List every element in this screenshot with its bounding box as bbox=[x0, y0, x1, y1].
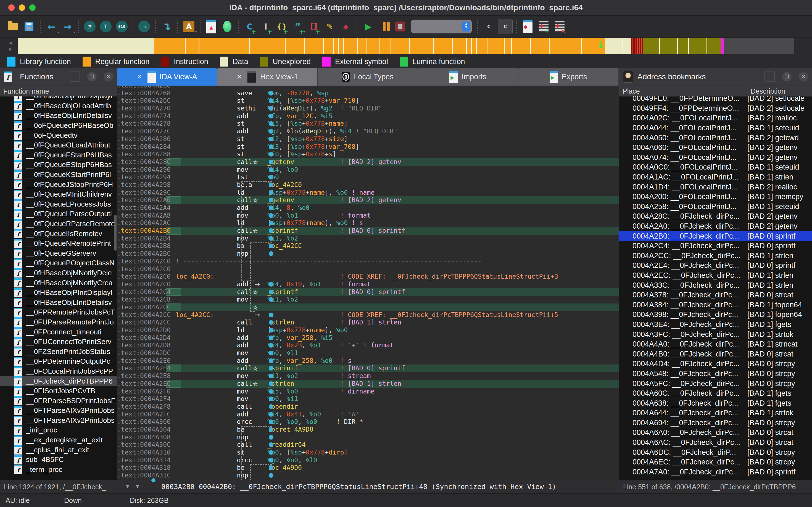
bookmark-row[interactable]: 0004A3E4: __0FJcheck_dirPc...[BAD 1] fge… bbox=[619, 320, 812, 330]
bookmark-row[interactable]: 0004A60C: __0FJcheck_dirPc...[BAD 1] fge… bbox=[619, 389, 812, 398]
navband-scroll-arrows[interactable]: ◄► bbox=[8, 40, 13, 52]
function-row[interactable]: f_term_proc bbox=[0, 465, 117, 475]
bookmark-row[interactable]: 0004A02C: __0FOLocalPrintJ...[BAD 2] mal… bbox=[619, 113, 812, 123]
tab-hex-view-1[interactable]: ✕Hex View-1 bbox=[217, 68, 318, 86]
disasm-row[interactable]: .text:0004A270 sethi %hi(aReqDir), %g2 !… bbox=[117, 105, 619, 112]
names-window-button[interactable] bbox=[204, 19, 218, 34]
function-row[interactable]: f__0FTParseAIXv3PrintJobs bbox=[0, 406, 117, 415]
jump-down-button[interactable]: ↴ bbox=[159, 19, 174, 34]
bookmark-row[interactable]: 0004A6EC: __0FJcheck_dirPc...[BAD 0] str… bbox=[619, 457, 812, 467]
function-row[interactable]: f__0oFQueuedtv bbox=[0, 130, 117, 140]
function-row[interactable]: f__ex_deregister_at_exit bbox=[0, 435, 117, 445]
function-row[interactable]: f__0fHBaseObjPInitDisplayl bbox=[0, 96, 117, 101]
column-header-place[interactable]: Place bbox=[619, 87, 747, 95]
bookmark-row[interactable]: 0004A200: __0FOLocalPrintJ...[BAD 1] mem… bbox=[619, 192, 812, 202]
function-row[interactable]: f__0fFQueuePObjectClassN bbox=[0, 258, 117, 268]
jump-to-address-button[interactable]: → bbox=[137, 19, 151, 34]
jump-by-binary-button[interactable]: 010 bbox=[115, 19, 129, 34]
tab-close-icon[interactable]: ✕ bbox=[137, 73, 143, 80]
functions-restore-button[interactable] bbox=[70, 71, 80, 82]
disasm-row[interactable]: .text:0004A2E0 add %fp, var_258, %o0 ! s bbox=[117, 357, 619, 365]
open-file-button[interactable] bbox=[6, 19, 20, 34]
disasm-row[interactable]: ★.text:0004A2C4 call _sprintf ! [BAD 0] … bbox=[117, 288, 619, 296]
function-row[interactable]: f__0fFQueueKStartPrintP6l bbox=[0, 170, 117, 180]
functions-close-button[interactable]: ✕ bbox=[104, 72, 113, 81]
functions-scrollbar[interactable] bbox=[114, 215, 117, 251]
disasm-row[interactable]: .text:0004A288 st %i0, [%sp+0x778+s] bbox=[117, 151, 619, 158]
bookmark-row[interactable]: 0004A1AC: __0FOLocalPrintJ...[BAD 1] str… bbox=[619, 172, 812, 182]
text-color-button[interactable]: A bbox=[182, 19, 196, 34]
jump-by-text-button[interactable]: T bbox=[99, 19, 113, 34]
bookmark-row[interactable]: 0004A2CC: __0FJcheck_dirPc...[BAD 1] str… bbox=[619, 251, 812, 261]
bookmark-row[interactable]: 0004A3FC: __0FJcheck_dirPc...[BAD 1] str… bbox=[619, 329, 812, 339]
ida-view-a[interactable]: .text:0004A268▾.text:0004A268 save %sp, … bbox=[117, 86, 619, 480]
disasm-row[interactable]: .text:0004A304 be locret_4A9D8 bbox=[117, 426, 619, 434]
function-row[interactable]: f__0FISortJobsPCvTB bbox=[0, 386, 117, 396]
disasm-row[interactable]: .text:0004A298 be,a loc_4A2C0 bbox=[117, 181, 619, 189]
add-code-comment-button[interactable]: C bbox=[242, 19, 257, 34]
function-row[interactable]: f__0FOLocalPrintJobsPcPP bbox=[0, 367, 117, 376]
bookmark-row[interactable]: 0004A2B0: __0FJcheck_dirPc...[BAD 0] spr… bbox=[619, 231, 812, 241]
function-row[interactable]: f__0fFQueueMInitChildrenv bbox=[0, 189, 117, 200]
function-row[interactable]: f__0fHBaseObjPInitDisplayl bbox=[0, 288, 117, 298]
disasm-row[interactable]: .text:0004A294 tst %o0 bbox=[117, 173, 619, 181]
bookmark-row[interactable]: 0004A074: __0FOLocalPrintJ...[BAD 2] get… bbox=[619, 153, 812, 163]
bookmark-row[interactable]: 0004A2A0: __0FJcheck_dirPc...[BAD 2] get… bbox=[619, 221, 812, 231]
function-row[interactable]: f__0fHBaseObjMNotifyCrea bbox=[0, 278, 117, 288]
tab-exports[interactable]: Exports bbox=[519, 68, 619, 86]
disasm-row[interactable]: .text:0004A2D0 ld [%sp+0x778+name], %o0 bbox=[117, 326, 619, 334]
function-row[interactable]: f__0fFQueueEStopP6HBas bbox=[0, 160, 117, 170]
bookmark-row[interactable]: 0004A044: __0FOLocalPrintJ...[BAD 1] set… bbox=[619, 123, 812, 133]
disasm-row[interactable]: .text:0004A2F4 mov %o0, %i1 bbox=[117, 395, 619, 403]
disasm-row[interactable]: .text:0004A284 st %i3, [%sp+0x778+var_70… bbox=[117, 143, 619, 151]
bookmark-star-icon[interactable]: ★ bbox=[253, 227, 257, 234]
pause-process-button[interactable] bbox=[377, 19, 391, 34]
disasm-row[interactable]: .text:0004A2D8 add %i4, 0x2B, %o1 ! '+' … bbox=[117, 342, 619, 349]
function-row[interactable]: f__0oFQueuectP6HBaseOb bbox=[0, 121, 117, 131]
function-row[interactable]: f__0FPconnect_timeouti bbox=[0, 327, 117, 337]
disasm-row[interactable]: .text:0004A2C0loc_4A2C0: ! CODE XREF: __… bbox=[117, 273, 619, 281]
disasm-row[interactable]: .text:0004A2FC add %i4, 0x41, %o0 ! 'A' bbox=[117, 411, 619, 418]
function-row[interactable]: f__0FPRemotePrintJobsPcT bbox=[0, 307, 117, 317]
bookmark-row[interactable]: 0004A050: __0FOLocalPrintJ...[BAD 2] get… bbox=[619, 133, 812, 143]
gutter-scroll-down-icon[interactable]: ▼ bbox=[125, 483, 130, 490]
bookmarks-close-button[interactable]: ✕ bbox=[799, 72, 808, 81]
bookmarks-panel-titlebar[interactable]: Address bookmarks ❐ ✕ bbox=[619, 68, 812, 86]
bookmark-row[interactable]: 0004A7A0: __0FJcheck_dirPc...[BAD 0] spr… bbox=[619, 467, 812, 477]
bookmark-row[interactable]: 0004A060: __0FOLocalPrintJ...[BAD 2] get… bbox=[619, 143, 812, 153]
bookmark-row[interactable]: 0004A4D4: __0FJcheck_dirPc...[BAD 0] str… bbox=[619, 359, 812, 369]
disasm-row[interactable]: .text:0004A274 add %fp, var_12C, %i5 bbox=[117, 112, 619, 120]
debugger-selector-combobox[interactable] bbox=[411, 19, 472, 34]
function-row[interactable]: f__0FUParseRemotePrintJo bbox=[0, 317, 117, 327]
bookmark-row[interactable]: 0004A0C0: __0FOLocalPrintJ...[BAD 1] set… bbox=[619, 162, 812, 172]
bookmark-row[interactable]: 0004A644: __0FJcheck_dirPc...[BAD 1] str… bbox=[619, 408, 812, 418]
bookmark-star-icon[interactable]: ★ bbox=[253, 303, 257, 311]
function-row[interactable]: f__0fFQueueRParseRemote bbox=[0, 219, 117, 229]
tab-imports[interactable]: Imports bbox=[418, 68, 519, 86]
bookmarks-column-headers[interactable]: Place Description bbox=[619, 86, 812, 97]
function-row[interactable]: f__0fFQueueJStopPrintP6H bbox=[0, 179, 117, 189]
continue-process-active-button[interactable]: C bbox=[498, 19, 512, 34]
disasm-row[interactable]: .text:0004A314 orcc %g0, %o0, %l0 bbox=[117, 456, 619, 464]
bookmark-row[interactable]: 0004A5FC: __0FJcheck_dirPc...[BAD 0] str… bbox=[619, 379, 812, 389]
disasm-row[interactable]: .text:0004A29C ld [%sp+0x778+name], %o0 … bbox=[117, 189, 619, 196]
navigate-back-button[interactable]: ← bbox=[44, 19, 59, 34]
function-row[interactable]: f__0fFQueueIIsRemotev bbox=[0, 229, 117, 239]
bookmark-row[interactable]: 0004A398: __0FJcheck_dirPc...[BAD 1] fop… bbox=[619, 310, 812, 320]
function-row[interactable]: f__0FJcheck_dirPcTBPPP6 bbox=[0, 376, 117, 386]
bookmark-row[interactable]: 0004A638: __0FJcheck_dirPc...[BAD 1] fge… bbox=[619, 398, 812, 408]
breakpoint-delete-button[interactable] bbox=[553, 19, 567, 34]
lumina-button[interactable] bbox=[220, 19, 234, 34]
function-row[interactable]: f__0FUConnectToPrintServ bbox=[0, 337, 117, 347]
navigation-band[interactable]: ↓ bbox=[18, 38, 794, 54]
disasm-row[interactable]: .text:0004A2B8 ba loc_4A2CC bbox=[117, 242, 619, 250]
continue-process-button[interactable]: C bbox=[482, 19, 496, 34]
function-row[interactable]: f__0fHBaseObjLInitDetailsv bbox=[0, 111, 117, 121]
function-row[interactable]: f__0fFQueueLParseOutputl bbox=[0, 209, 117, 219]
disasm-row[interactable]: ★.text:0004A2B0 call _sprintf ! [BAD 0] … bbox=[117, 227, 619, 235]
function-row[interactable]: f__0fFQueueNRemotePrint bbox=[0, 239, 117, 248]
functions-panel-titlebar[interactable]: f Functions ❐ ✕ bbox=[0, 68, 117, 86]
stop-process-button[interactable] bbox=[393, 19, 408, 34]
disasm-row[interactable]: .text:0004A318 be loc_4A9D0 bbox=[117, 464, 619, 472]
breakpoint-list-button[interactable] bbox=[521, 19, 535, 34]
